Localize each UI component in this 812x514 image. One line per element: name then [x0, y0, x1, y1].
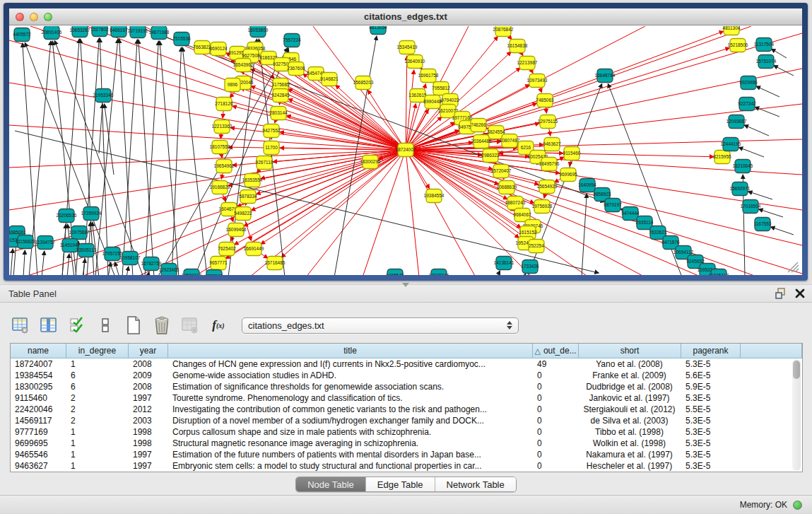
graph-node[interactable]: 14136141	[494, 257, 514, 270]
citation-network-graph[interactable]: 1872400718300295766382286901248912954182…	[9, 26, 802, 275]
graph-node[interactable]: 12923465	[159, 264, 180, 276]
graph-node[interactable]: 15751074	[756, 55, 777, 69]
scrollbar-thumb[interactable]	[793, 361, 800, 379]
graph-edge[interactable]	[23, 250, 25, 275]
row-height-icon[interactable]	[95, 315, 116, 336]
graph-node[interactable]: 10688639	[497, 181, 517, 194]
graph-edge[interactable]	[739, 147, 764, 157]
graph-edge[interactable]	[406, 56, 407, 150]
graph-node[interactable]: 12444195	[721, 138, 741, 151]
graph-node[interactable]: 18107553	[210, 141, 230, 154]
canvas-resize-grip[interactable]	[784, 262, 799, 273]
graph-node[interactable]: 9699695	[559, 168, 577, 182]
graph-node[interactable]: 9427552	[262, 124, 281, 138]
close-window-icon[interactable]	[16, 13, 24, 21]
graph-edge[interactable]	[108, 262, 111, 275]
graph-node[interactable]: 15218506	[728, 39, 748, 52]
graph-node[interactable]: 11156828	[16, 235, 35, 249]
graph-node[interactable]: 15692971	[730, 182, 751, 196]
graph-node[interactable]: 9267110	[256, 156, 273, 170]
graph-node[interactable]: 8690124	[209, 42, 228, 56]
graph-edge[interactable]	[770, 227, 794, 235]
table-row[interactable]: 2242004622012Investigating the contribut…	[11, 404, 802, 415]
graph-edge[interactable]	[160, 41, 179, 275]
graph-node[interactable]: 20891406	[42, 26, 62, 40]
column-header-short[interactable]: short	[579, 344, 681, 358]
graph-node[interactable]: 1527802	[90, 26, 109, 37]
graph-node[interactable]: 9227342	[738, 98, 756, 111]
graph-node[interactable]: 2986322	[481, 149, 500, 163]
network-canvas[interactable]: 1872400718300295766382286901248912954182…	[9, 26, 802, 275]
graph-edge[interactable]	[748, 192, 772, 199]
graph-node[interactable]: 20364486	[471, 135, 492, 148]
graph-node[interactable]: 8813054	[369, 26, 387, 35]
graph-node[interactable]: 10653267	[70, 26, 90, 37]
graph-node[interactable]: 4811304	[723, 26, 741, 35]
graph-node[interactable]: 10973493	[527, 74, 548, 88]
graph-node[interactable]: 18495796	[539, 158, 560, 171]
graph-node[interactable]: 16961758	[418, 69, 439, 83]
graph-node[interactable]: 11317504	[754, 38, 775, 52]
graph-edge[interactable]	[148, 272, 149, 275]
graph-node[interactable]: 4405572	[13, 28, 31, 42]
graph-node[interactable]: 11015417	[709, 269, 729, 276]
graph-node[interactable]: 2718126	[215, 98, 233, 111]
graph-edge[interactable]	[9, 83, 406, 150]
table-row[interactable]: 1830029562008Estimation of significance …	[11, 381, 802, 392]
graph-node[interactable]: 7515536	[172, 33, 191, 46]
graph-node[interactable]: 10719191	[128, 26, 148, 38]
graph-node[interactable]: 12038746	[429, 269, 449, 276]
graph-node[interactable]: 13640910	[405, 55, 425, 69]
table-column-icon[interactable]	[38, 315, 59, 336]
graph-node[interactable]: 19654962	[214, 160, 235, 173]
float-panel-icon[interactable]	[775, 288, 787, 299]
table-vertical-scrollbar[interactable]	[792, 359, 801, 471]
table-row[interactable]: 977716911998Corpus callosum shape and si…	[11, 426, 802, 438]
graph-node[interactable]: 5878334	[239, 190, 257, 204]
column-header-pagerank[interactable]: pagerank	[681, 344, 741, 358]
graph-node[interactable]: 1167553	[754, 218, 772, 231]
graph-node[interactable]: 15720407	[491, 165, 512, 178]
graph-node[interactable]: 19756928	[532, 200, 553, 214]
graph-node[interactable]: 252254	[529, 240, 544, 253]
graph-node[interactable]: 19384554	[424, 189, 445, 203]
table-row[interactable]: 946362711997Embryonic stem cells: a mode…	[11, 460, 802, 472]
graph-node[interactable]: 9463627	[543, 138, 561, 151]
graph-node[interactable]: 9115460	[563, 147, 581, 160]
function-builder-icon[interactable]: f(x)	[208, 315, 229, 336]
graph-node[interactable]: 14671988	[149, 26, 170, 40]
graph-node[interactable]: 9465546	[386, 269, 404, 276]
graph-node[interactable]: 6879197	[604, 199, 622, 212]
graph-edge[interactable]	[114, 262, 119, 275]
delete-trash-icon[interactable]	[151, 315, 172, 336]
graph-node[interactable]: 2367608	[287, 62, 305, 76]
graph-node[interactable]: 12975115	[538, 115, 558, 129]
graph-edge[interactable]	[9, 125, 406, 150]
graph-node[interactable]: 2803144	[269, 107, 288, 120]
graph-node[interactable]: 746266	[471, 119, 486, 132]
graph-node[interactable]: 11394757	[35, 236, 56, 250]
graph-edge[interactable]	[126, 267, 129, 275]
zoom-window-icon[interactable]	[44, 13, 52, 21]
graph-node[interactable]: 15685203	[353, 76, 374, 90]
graph-node[interactable]: 10807487	[500, 134, 520, 148]
tab-network-table[interactable]: Network Table	[435, 477, 516, 491]
graph-node[interactable]: 9896	[225, 78, 240, 92]
graph-node[interactable]: 16353554	[242, 174, 263, 187]
table-settings-icon[interactable]	[10, 315, 31, 336]
column-header-year[interactable]: year	[129, 344, 168, 358]
minimize-window-icon[interactable]	[30, 13, 38, 21]
graph-edge[interactable]	[172, 47, 182, 275]
graph-node[interactable]: 16154838	[507, 40, 528, 53]
graph-edge[interactable]	[99, 104, 102, 153]
graph-node[interactable]: 20876842	[493, 26, 514, 37]
graph-node[interactable]: 8215955	[713, 151, 731, 164]
graph-node[interactable]: 18300295	[360, 156, 381, 169]
graph-node[interactable]: 9929986	[739, 76, 758, 90]
table-row[interactable]: 946554611997Estimation of the future num…	[11, 449, 802, 460]
graph-edge[interactable]	[406, 31, 724, 150]
graph-node[interactable]: 13505113	[76, 244, 97, 257]
splitter-handle[interactable]	[402, 283, 409, 287]
graph-node[interactable]: 16053809	[248, 26, 269, 37]
graph-edge[interactable]	[67, 254, 69, 275]
